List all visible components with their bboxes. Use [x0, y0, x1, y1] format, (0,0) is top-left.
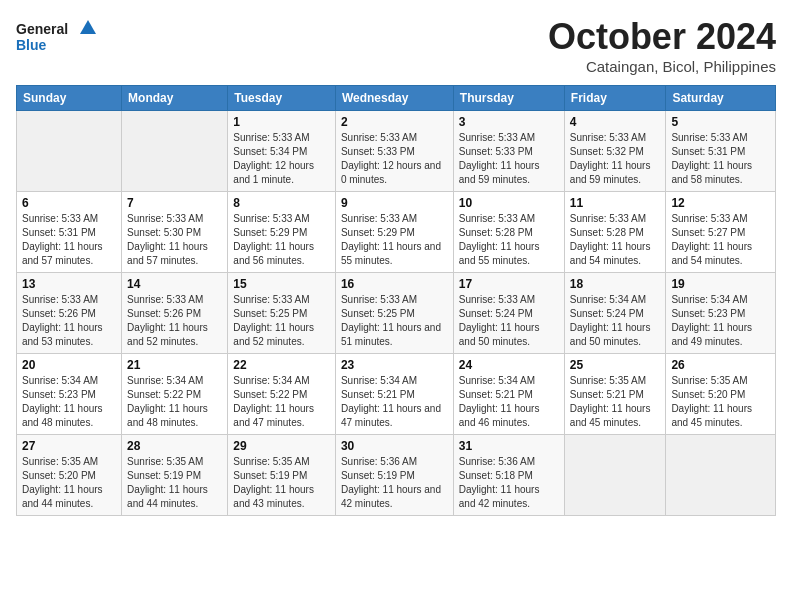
day-detail: Sunrise: 5:36 AMSunset: 5:18 PMDaylight:…: [459, 455, 559, 511]
logo-svg: General Blue: [16, 16, 96, 58]
month-title: October 2024: [548, 16, 776, 58]
day-number: 31: [459, 439, 559, 453]
day-number: 15: [233, 277, 330, 291]
day-detail: Sunrise: 5:33 AMSunset: 5:24 PMDaylight:…: [459, 293, 559, 349]
calendar-week-2: 6 Sunrise: 5:33 AMSunset: 5:31 PMDayligh…: [17, 192, 776, 273]
calendar-cell: 7 Sunrise: 5:33 AMSunset: 5:30 PMDayligh…: [122, 192, 228, 273]
day-detail: Sunrise: 5:33 AMSunset: 5:29 PMDaylight:…: [341, 212, 448, 268]
calendar-cell: 13 Sunrise: 5:33 AMSunset: 5:26 PMDaylig…: [17, 273, 122, 354]
weekday-header-wednesday: Wednesday: [335, 86, 453, 111]
calendar-cell: 18 Sunrise: 5:34 AMSunset: 5:24 PMDaylig…: [564, 273, 666, 354]
weekday-header-monday: Monday: [122, 86, 228, 111]
day-detail: Sunrise: 5:35 AMSunset: 5:19 PMDaylight:…: [127, 455, 222, 511]
calendar-cell: 31 Sunrise: 5:36 AMSunset: 5:18 PMDaylig…: [453, 435, 564, 516]
calendar-cell: 25 Sunrise: 5:35 AMSunset: 5:21 PMDaylig…: [564, 354, 666, 435]
calendar-cell: 2 Sunrise: 5:33 AMSunset: 5:33 PMDayligh…: [335, 111, 453, 192]
day-detail: Sunrise: 5:35 AMSunset: 5:21 PMDaylight:…: [570, 374, 661, 430]
day-detail: Sunrise: 5:33 AMSunset: 5:25 PMDaylight:…: [341, 293, 448, 349]
weekday-header-friday: Friday: [564, 86, 666, 111]
day-number: 18: [570, 277, 661, 291]
day-detail: Sunrise: 5:34 AMSunset: 5:21 PMDaylight:…: [341, 374, 448, 430]
svg-text:General: General: [16, 21, 68, 37]
day-detail: Sunrise: 5:33 AMSunset: 5:31 PMDaylight:…: [22, 212, 116, 268]
header: General Blue October 2024 Cataingan, Bic…: [16, 16, 776, 75]
day-number: 16: [341, 277, 448, 291]
day-detail: Sunrise: 5:34 AMSunset: 5:21 PMDaylight:…: [459, 374, 559, 430]
day-detail: Sunrise: 5:33 AMSunset: 5:27 PMDaylight:…: [671, 212, 770, 268]
day-detail: Sunrise: 5:33 AMSunset: 5:29 PMDaylight:…: [233, 212, 330, 268]
calendar-cell: 10 Sunrise: 5:33 AMSunset: 5:28 PMDaylig…: [453, 192, 564, 273]
calendar-table: SundayMondayTuesdayWednesdayThursdayFrid…: [16, 85, 776, 516]
day-detail: Sunrise: 5:34 AMSunset: 5:24 PMDaylight:…: [570, 293, 661, 349]
day-detail: Sunrise: 5:33 AMSunset: 5:26 PMDaylight:…: [127, 293, 222, 349]
day-number: 9: [341, 196, 448, 210]
day-number: 21: [127, 358, 222, 372]
calendar-cell: [122, 111, 228, 192]
svg-text:Blue: Blue: [16, 37, 47, 53]
day-number: 10: [459, 196, 559, 210]
day-number: 5: [671, 115, 770, 129]
day-detail: Sunrise: 5:34 AMSunset: 5:23 PMDaylight:…: [671, 293, 770, 349]
calendar-cell: 12 Sunrise: 5:33 AMSunset: 5:27 PMDaylig…: [666, 192, 776, 273]
day-number: 11: [570, 196, 661, 210]
location-subtitle: Cataingan, Bicol, Philippines: [548, 58, 776, 75]
calendar-cell: 4 Sunrise: 5:33 AMSunset: 5:32 PMDayligh…: [564, 111, 666, 192]
title-area: October 2024 Cataingan, Bicol, Philippin…: [548, 16, 776, 75]
weekday-header-row: SundayMondayTuesdayWednesdayThursdayFrid…: [17, 86, 776, 111]
calendar-cell: 30 Sunrise: 5:36 AMSunset: 5:19 PMDaylig…: [335, 435, 453, 516]
day-number: 27: [22, 439, 116, 453]
calendar-week-3: 13 Sunrise: 5:33 AMSunset: 5:26 PMDaylig…: [17, 273, 776, 354]
calendar-cell: 15 Sunrise: 5:33 AMSunset: 5:25 PMDaylig…: [228, 273, 336, 354]
calendar-cell: 8 Sunrise: 5:33 AMSunset: 5:29 PMDayligh…: [228, 192, 336, 273]
logo: General Blue: [16, 16, 96, 58]
day-number: 25: [570, 358, 661, 372]
day-number: 7: [127, 196, 222, 210]
day-number: 28: [127, 439, 222, 453]
day-detail: Sunrise: 5:34 AMSunset: 5:22 PMDaylight:…: [233, 374, 330, 430]
calendar-cell: 27 Sunrise: 5:35 AMSunset: 5:20 PMDaylig…: [17, 435, 122, 516]
calendar-week-1: 1 Sunrise: 5:33 AMSunset: 5:34 PMDayligh…: [17, 111, 776, 192]
calendar-cell: 11 Sunrise: 5:33 AMSunset: 5:28 PMDaylig…: [564, 192, 666, 273]
day-number: 30: [341, 439, 448, 453]
weekday-header-sunday: Sunday: [17, 86, 122, 111]
day-detail: Sunrise: 5:33 AMSunset: 5:31 PMDaylight:…: [671, 131, 770, 187]
day-number: 29: [233, 439, 330, 453]
day-detail: Sunrise: 5:33 AMSunset: 5:33 PMDaylight:…: [341, 131, 448, 187]
calendar-cell: 9 Sunrise: 5:33 AMSunset: 5:29 PMDayligh…: [335, 192, 453, 273]
calendar-cell: 26 Sunrise: 5:35 AMSunset: 5:20 PMDaylig…: [666, 354, 776, 435]
day-number: 2: [341, 115, 448, 129]
day-number: 12: [671, 196, 770, 210]
calendar-cell: 5 Sunrise: 5:33 AMSunset: 5:31 PMDayligh…: [666, 111, 776, 192]
calendar-cell: 20 Sunrise: 5:34 AMSunset: 5:23 PMDaylig…: [17, 354, 122, 435]
calendar-cell: 28 Sunrise: 5:35 AMSunset: 5:19 PMDaylig…: [122, 435, 228, 516]
calendar-cell: 6 Sunrise: 5:33 AMSunset: 5:31 PMDayligh…: [17, 192, 122, 273]
day-number: 17: [459, 277, 559, 291]
calendar-cell: 21 Sunrise: 5:34 AMSunset: 5:22 PMDaylig…: [122, 354, 228, 435]
calendar-cell: 1 Sunrise: 5:33 AMSunset: 5:34 PMDayligh…: [228, 111, 336, 192]
day-detail: Sunrise: 5:33 AMSunset: 5:34 PMDaylight:…: [233, 131, 330, 187]
day-number: 22: [233, 358, 330, 372]
day-detail: Sunrise: 5:36 AMSunset: 5:19 PMDaylight:…: [341, 455, 448, 511]
day-number: 1: [233, 115, 330, 129]
day-detail: Sunrise: 5:33 AMSunset: 5:30 PMDaylight:…: [127, 212, 222, 268]
calendar-cell: 14 Sunrise: 5:33 AMSunset: 5:26 PMDaylig…: [122, 273, 228, 354]
calendar-cell: 17 Sunrise: 5:33 AMSunset: 5:24 PMDaylig…: [453, 273, 564, 354]
day-number: 20: [22, 358, 116, 372]
day-detail: Sunrise: 5:33 AMSunset: 5:25 PMDaylight:…: [233, 293, 330, 349]
day-detail: Sunrise: 5:35 AMSunset: 5:19 PMDaylight:…: [233, 455, 330, 511]
calendar-cell: 16 Sunrise: 5:33 AMSunset: 5:25 PMDaylig…: [335, 273, 453, 354]
calendar-cell: 19 Sunrise: 5:34 AMSunset: 5:23 PMDaylig…: [666, 273, 776, 354]
day-number: 6: [22, 196, 116, 210]
day-detail: Sunrise: 5:33 AMSunset: 5:32 PMDaylight:…: [570, 131, 661, 187]
calendar-cell: [666, 435, 776, 516]
day-number: 13: [22, 277, 116, 291]
calendar-cell: [17, 111, 122, 192]
day-number: 24: [459, 358, 559, 372]
day-detail: Sunrise: 5:33 AMSunset: 5:26 PMDaylight:…: [22, 293, 116, 349]
calendar-week-5: 27 Sunrise: 5:35 AMSunset: 5:20 PMDaylig…: [17, 435, 776, 516]
weekday-header-tuesday: Tuesday: [228, 86, 336, 111]
calendar-cell: [564, 435, 666, 516]
calendar-week-4: 20 Sunrise: 5:34 AMSunset: 5:23 PMDaylig…: [17, 354, 776, 435]
weekday-header-saturday: Saturday: [666, 86, 776, 111]
calendar-cell: 23 Sunrise: 5:34 AMSunset: 5:21 PMDaylig…: [335, 354, 453, 435]
